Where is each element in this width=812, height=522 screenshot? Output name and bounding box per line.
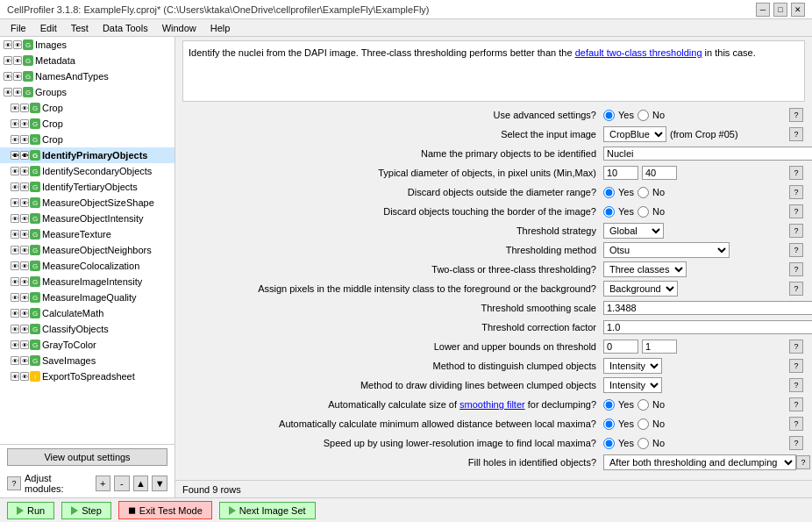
visibility2-icon[interactable]: 👁 [13,40,22,49]
visibility-icon[interactable]: 👁 [11,356,19,365]
settings-scroll-area[interactable]: Use advanced settings? Yes No ? [175,105,812,480]
visibility-icon[interactable]: 👁 [11,325,19,333]
radio-yes-label[interactable]: Yes [618,418,634,429]
add-module-button[interactable]: + [96,476,111,491]
help-button[interactable]: ? [789,204,803,218]
visibility2-icon[interactable]: 👁 [20,182,29,191]
visibility2-icon[interactable]: 👁 [20,246,29,254]
visibility-icon[interactable]: 👁 [11,309,19,318]
help-button[interactable]: ? [789,127,803,141]
help-button[interactable]: ? [789,108,803,122]
sidebar-item-measureimagequality[interactable]: 👁 👁 G MeasureImageQuality [0,290,175,305]
sidebar-item-measureobjectintensity[interactable]: 👁 👁 G MeasureObjectIntensity [0,211,175,226]
description-link[interactable]: default two-class thresholding [575,47,702,58]
menu-help[interactable]: Help [203,21,238,35]
visibility-icon[interactable]: 👁 [11,182,19,191]
radio-advanced-no[interactable] [637,110,649,121]
visibility-icon[interactable]: 👁 [11,104,19,112]
visibility-icon[interactable]: 👁 [11,246,19,254]
visibility-icon[interactable]: 👁 [11,214,19,223]
two-three-class-select[interactable]: Two classes Three classes [603,261,687,277]
visibility-icon[interactable]: 👁 [4,56,12,65]
help-button[interactable]: ? [789,340,803,354]
visibility-icon[interactable]: 👁 [11,135,19,144]
sidebar-item-calculatemath[interactable]: 👁 👁 G CalculateMath [0,305,175,321]
radio-discard-diameter-yes[interactable] [603,187,615,198]
sidebar-item-measurecolocalization[interactable]: 👁 👁 G MeasureColocalization [0,258,175,274]
threshold-strategy-select[interactable]: Global Adaptive Manual [603,223,664,239]
radio-yes-label[interactable]: Yes [618,187,634,197]
visibility2-icon[interactable]: 👁 [20,261,29,270]
menu-edit[interactable]: Edit [33,21,64,35]
help-button[interactable]: ? [789,417,803,431]
sidebar-item-saveimages[interactable]: 👁 👁 G SaveImages [0,353,175,368]
radio-no-label[interactable]: No [652,110,665,120]
visibility2-icon[interactable]: 👁 [20,309,29,318]
radio-no-label[interactable]: No [652,399,665,410]
menu-data-tools[interactable]: Data Tools [96,21,155,35]
sidebar-item-identifysecondaryobjects[interactable]: 👁 👁 G IdentifySecondaryObjects [0,163,175,179]
close-button[interactable]: ✕ [791,3,805,17]
sidebar-item-measureobjectneighbors[interactable]: 👁 👁 G MeasureObjectNeighbors [0,242,175,258]
radio-no-label[interactable]: No [652,418,665,429]
sidebar-item-measuretexture[interactable]: 👁 👁 G MeasureTexture [0,226,175,242]
visibility-icon[interactable]: 👁 [4,40,12,49]
threshold-method-select[interactable]: Otsu Minimum Cross-Entropy Robust Backgr… [603,242,730,258]
menu-test[interactable]: Test [64,21,96,35]
view-output-settings-button[interactable]: View output settings [7,448,167,466]
move-down-button[interactable]: ▼ [152,476,167,491]
threshold-upper-input[interactable] [642,340,677,354]
help-button[interactable]: ? [789,166,803,180]
visibility2-icon[interactable]: 👁 [20,167,29,175]
visibility2-icon[interactable]: 👁 [20,293,29,302]
threshold-lower-input[interactable] [603,340,638,354]
smoothing-filter-link[interactable]: smoothing filter [459,399,525,410]
sidebar-item-namesandtypes[interactable]: 👁 👁 G NamesAndTypes [0,68,175,84]
radio-discard-diameter-no[interactable] [637,187,649,198]
visibility-icon[interactable]: 👁 [11,372,19,381]
visibility2-icon[interactable]: 👁 [20,151,29,160]
visibility-icon[interactable]: 👁 [11,230,19,239]
diameter-max-input[interactable] [642,166,677,180]
sidebar-item-graytocolor[interactable]: 👁 👁 G GrayToColor [0,337,175,353]
visibility2-icon[interactable]: 👁 [20,325,29,333]
radio-advanced-yes[interactable] [603,110,615,121]
visibility-icon[interactable]: 👁 [11,167,19,175]
radio-discard-border-yes[interactable] [603,206,615,218]
exit-test-mode-button[interactable]: ◼ Exit Test Mode [118,501,212,519]
sidebar-item-crop1[interactable]: 👁 👁 G Crop [0,100,175,116]
menu-file[interactable]: File [4,21,33,35]
sidebar-item-exporttospreadsheet[interactable]: 👁 👁 ! ExportToSpreadsheet [0,368,175,384]
sidebar-item-crop2[interactable]: 👁 👁 G Crop [0,116,175,132]
correction-factor-input[interactable] [603,320,812,334]
sidebar-item-measureobjectsizeshape[interactable]: 👁 👁 G MeasureObjectSizeShape [0,195,175,211]
radio-auto-smoothing-yes[interactable] [603,399,615,411]
sidebar-item-groups[interactable]: 👁 👁 G Groups [0,84,175,100]
help-button[interactable]: ? [789,436,803,450]
radio-yes-label[interactable]: Yes [618,110,634,120]
sidebar-item-crop3[interactable]: 👁 👁 G Crop [0,132,175,147]
sidebar-item-identifytertiaryobjects[interactable]: 👁 👁 G IdentifyTertiaryObjects [0,179,175,195]
visibility2-icon[interactable]: 👁 [20,104,29,112]
diameter-min-input[interactable] [603,166,638,180]
primary-name-input[interactable] [603,147,812,161]
visibility2-icon[interactable]: 👁 [20,356,29,365]
move-up-button[interactable]: ▲ [133,476,149,491]
visibility2-icon[interactable]: 👁 [13,72,22,81]
visibility-icon[interactable]: 👁 [11,293,19,302]
step-button[interactable]: Step [61,502,111,519]
visibility-icon[interactable]: 👁 [11,340,19,349]
help-button[interactable]: ? [789,185,803,199]
radio-speed-up-yes[interactable] [603,438,615,449]
help-button[interactable]: ? [789,243,803,257]
help-button[interactable]: ? [796,455,810,469]
input-image-select[interactable]: CropBlue [603,126,666,142]
radio-no-label[interactable]: No [652,438,665,448]
sidebar-item-measureimageintensity[interactable]: 👁 👁 G MeasureImageIntensity [0,274,175,290]
visibility2-icon[interactable]: 👁 [20,277,29,286]
smoothing-scale-input[interactable] [603,301,812,315]
help-button[interactable]: ? [789,378,803,392]
visibility2-icon[interactable]: 👁 [20,135,29,144]
visibility-icon[interactable]: 👁 [4,88,12,97]
help-button[interactable]: ? [789,282,803,296]
